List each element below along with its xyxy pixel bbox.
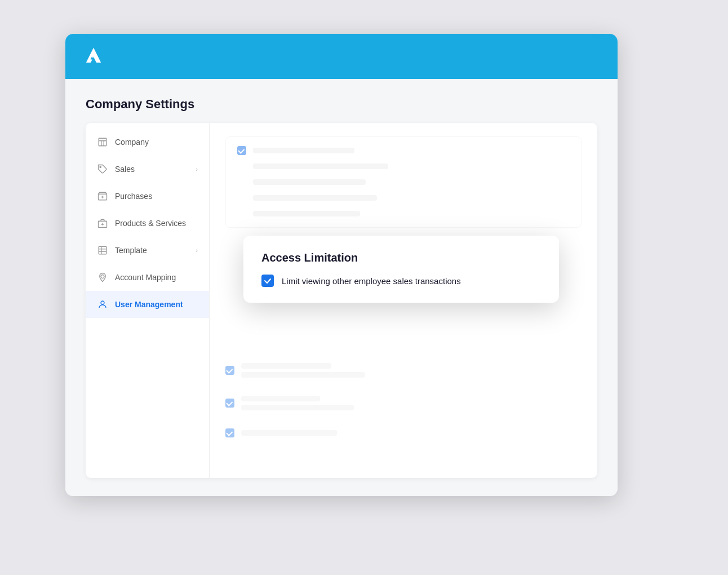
sidebar-item-user-management-label: User Management <box>115 300 198 309</box>
access-limitation-popup: Access Limitation Limit viewing other em… <box>243 236 559 303</box>
template-chevron-icon: › <box>196 247 198 254</box>
lower-text-1b <box>241 372 365 378</box>
sidebar-item-products-services[interactable]: Products & Services <box>86 210 209 237</box>
header-bar <box>65 34 618 79</box>
text-placeholder-5 <box>253 211 360 216</box>
lower-checkbox-1 <box>225 366 234 375</box>
cart-icon <box>97 191 108 202</box>
text-placeholder-2 <box>253 163 388 169</box>
lower-text-2b <box>241 405 354 410</box>
top-content-section <box>225 136 581 228</box>
text-placeholder-3 <box>253 179 366 185</box>
text-placeholder-1 <box>253 148 354 153</box>
tag-icon <box>97 163 108 175</box>
sidebar-item-purchases[interactable]: Purchases <box>86 183 209 210</box>
sidebar-item-template[interactable]: Template › <box>86 237 209 264</box>
lower-text-2a <box>241 396 320 401</box>
lower-text-3a <box>241 430 337 436</box>
popup-checkbox-label: Limit viewing other employee sales trans… <box>282 276 461 286</box>
lower-checkbox-2 <box>225 399 234 408</box>
sales-chevron-icon: › <box>196 166 198 172</box>
sidebar-item-company[interactable]: Company <box>86 129 209 156</box>
lower-content-rows <box>225 363 581 455</box>
scene: Company Settings Company <box>54 34 674 541</box>
settings-container: Company Sales › <box>86 123 597 478</box>
lower-row-3 <box>225 428 581 437</box>
sidebar-item-account-mapping-label: Account Mapping <box>115 273 198 282</box>
lower-checkbox-3 <box>225 428 234 437</box>
svg-point-13 <box>101 301 104 304</box>
content-area: Company Settings Company <box>65 79 618 496</box>
map-icon <box>97 272 108 283</box>
lower-text-1a <box>241 363 331 369</box>
lower-row-2 <box>225 396 581 410</box>
sidebar-item-template-label: Template <box>115 246 189 255</box>
popup-row: Limit viewing other employee sales trans… <box>261 275 541 287</box>
page-title: Company Settings <box>86 97 597 112</box>
svg-rect-0 <box>99 138 106 146</box>
user-icon <box>97 299 108 310</box>
sidebar-item-sales-label: Sales <box>115 165 189 174</box>
sidebar-item-products-label: Products & Services <box>115 219 198 228</box>
sidebar-item-company-label: Company <box>115 138 198 147</box>
sidebar-item-account-mapping[interactable]: Account Mapping <box>86 264 209 291</box>
sidebar-item-sales[interactable]: Sales › <box>86 156 209 183</box>
access-checkbox[interactable] <box>261 275 274 287</box>
building-icon <box>97 136 108 148</box>
sidebar-item-purchases-label: Purchases <box>115 192 198 201</box>
checkbox-1 <box>237 146 246 155</box>
text-placeholder-4 <box>253 195 377 201</box>
svg-rect-8 <box>99 246 106 254</box>
app-logo <box>81 44 106 69</box>
svg-point-1 <box>100 166 101 167</box>
lower-row-1 <box>225 363 581 378</box>
sidebar-nav: Company Sales › <box>86 123 210 478</box>
main-panel: Access Limitation Limit viewing other em… <box>210 123 597 478</box>
popup-title: Access Limitation <box>261 251 541 264</box>
template-icon <box>97 245 108 256</box>
main-window: Company Settings Company <box>65 34 618 496</box>
box-icon <box>97 218 108 229</box>
sidebar-item-user-management[interactable]: User Management <box>86 291 209 318</box>
svg-point-12 <box>101 275 104 278</box>
